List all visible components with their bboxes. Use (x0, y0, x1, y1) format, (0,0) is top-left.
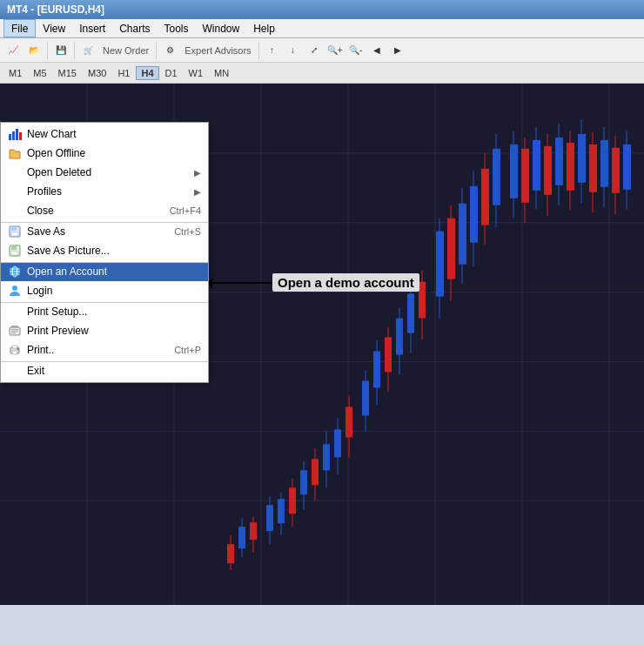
svg-rect-47 (419, 282, 426, 319)
toolbar-btn6[interactable]: ◀ (367, 41, 386, 60)
print-preview-label: Print Preview (27, 325, 201, 337)
save-as-picture-label: Save As Picture... (27, 245, 201, 257)
menu-login[interactable]: Login (1, 281, 208, 300)
svg-rect-39 (373, 351, 380, 387)
toolbar-btn1[interactable]: ↑ (263, 41, 282, 60)
menu-tools[interactable]: Tools (158, 19, 196, 37)
menu-open-offline[interactable]: Open Offline (1, 144, 208, 163)
menu-help[interactable]: Help (246, 19, 282, 37)
menu-profiles[interactable]: Profiles ▶ (1, 182, 208, 201)
menu-insert[interactable]: Insert (72, 19, 112, 37)
toolbar-btn5[interactable]: 🔍- (346, 41, 366, 60)
menu-charts[interactable]: Charts (112, 19, 157, 37)
close-shortcut: Ctrl+F4 (170, 205, 201, 216)
svg-rect-79 (612, 148, 620, 193)
menu-view[interactable]: View (36, 19, 72, 37)
svg-rect-90 (11, 245, 17, 250)
menu-exit[interactable]: Exit (1, 361, 208, 380)
svg-rect-102 (11, 333, 16, 333)
svg-rect-81 (623, 144, 631, 190)
svg-rect-17 (238, 527, 245, 548)
menu-save-as[interactable]: Save As Ctrl+S (1, 222, 208, 241)
tf-m5[interactable]: M5 (28, 66, 51, 80)
svg-rect-25 (289, 487, 296, 514)
svg-rect-82 (9, 134, 11, 140)
login-label: Login (27, 285, 201, 297)
open-account-label: Open an Account (27, 265, 201, 278)
svg-rect-27 (300, 470, 307, 494)
menu-open-deleted[interactable]: Open Deleted ▶ (1, 163, 208, 182)
menu-print-preview[interactable]: Print Preview (1, 321, 208, 340)
timeframe-bar: M1 M5 M15 M30 H1 H4 D1 W1 MN (0, 63, 644, 84)
svg-rect-23 (278, 499, 285, 523)
svg-rect-61 (510, 144, 518, 198)
tf-h4[interactable]: H4 (136, 66, 158, 80)
svg-rect-67 (544, 146, 552, 195)
svg-rect-19 (250, 522, 257, 540)
toolbar-sep4 (258, 42, 259, 59)
tf-m30[interactable]: M30 (83, 66, 111, 80)
svg-point-97 (12, 286, 17, 291)
svg-rect-55 (470, 186, 478, 243)
svg-rect-29 (312, 459, 319, 485)
menu-file[interactable]: File (3, 19, 36, 37)
toolbar-btn2[interactable]: ↓ (284, 41, 303, 60)
exit-label: Exit (27, 365, 201, 377)
menu-new-chart[interactable]: New Chart (1, 124, 208, 144)
tf-d1[interactable]: D1 (160, 66, 183, 80)
menu-print-setup[interactable]: Print Setup... (1, 302, 208, 321)
print-preview-icon (6, 324, 23, 338)
toolbar-expert-icon[interactable]: ⚙ (160, 41, 179, 60)
svg-rect-104 (12, 346, 17, 348)
menu-bar: File View Insert Charts Tools Window Hel… (0, 19, 644, 38)
save-as-label: Save As (27, 225, 157, 238)
open-deleted-label: Open Deleted (27, 166, 194, 178)
svg-rect-15 (227, 544, 234, 563)
toolbar-sep2 (74, 42, 75, 59)
profiles-label: Profiles (27, 185, 194, 198)
exit-icon (6, 364, 23, 378)
svg-rect-101 (11, 331, 18, 332)
menu-open-account[interactable]: Open an Account (1, 262, 208, 281)
svg-rect-105 (12, 351, 17, 354)
toolbar-new-order[interactable]: 🛒 (78, 41, 97, 60)
toolbar-btn3[interactable]: ⤢ (305, 41, 324, 60)
svg-rect-21 (266, 505, 273, 531)
toolbar-sep3 (156, 42, 157, 59)
file-dropdown-menu: New Chart Open Offline Open Deleted ▶ Pr… (0, 122, 209, 383)
menu-close[interactable]: Close Ctrl+F4 (1, 201, 208, 220)
menu-window[interactable]: Window (196, 19, 247, 37)
tf-h1[interactable]: H1 (112, 66, 135, 80)
title-text: MT4 - [EURUSD,H4] (7, 3, 104, 16)
toolbar-new-order-label: New Order (99, 45, 152, 56)
profiles-icon (6, 185, 23, 198)
open-offline-icon (6, 146, 23, 160)
profiles-arrow: ▶ (194, 187, 201, 197)
svg-rect-63 (521, 149, 529, 203)
tf-m1[interactable]: M1 (3, 66, 27, 80)
svg-rect-49 (436, 232, 444, 297)
svg-rect-53 (459, 204, 466, 265)
svg-rect-77 (600, 140, 608, 187)
svg-rect-33 (334, 429, 341, 457)
toolbar-open[interactable]: 📂 (24, 41, 44, 60)
svg-rect-41 (385, 338, 392, 373)
svg-rect-45 (407, 294, 414, 333)
toolbar-btn7[interactable]: ▶ (388, 41, 407, 60)
tf-m15[interactable]: M15 (53, 66, 82, 80)
toolbar-btn4[interactable]: 🔍+ (325, 41, 345, 60)
print-icon (6, 343, 23, 357)
svg-rect-43 (396, 319, 403, 355)
toolbar-save[interactable]: 💾 (51, 41, 70, 60)
print-shortcut: Ctrl+P (174, 345, 201, 355)
svg-rect-88 (11, 232, 18, 236)
print-setup-label: Print Setup... (27, 306, 201, 318)
svg-rect-69 (555, 138, 563, 185)
tf-mn[interactable]: MN (209, 66, 234, 80)
svg-rect-85 (19, 132, 22, 140)
main-area: Open a demo account New Chart Open Offli… (0, 84, 644, 605)
menu-save-as-picture[interactable]: Save As Picture... (1, 241, 208, 260)
menu-print[interactable]: Print.. Ctrl+P (1, 340, 208, 359)
toolbar-new-chart[interactable]: 📈 (3, 41, 23, 60)
tf-w1[interactable]: W1 (184, 66, 209, 80)
